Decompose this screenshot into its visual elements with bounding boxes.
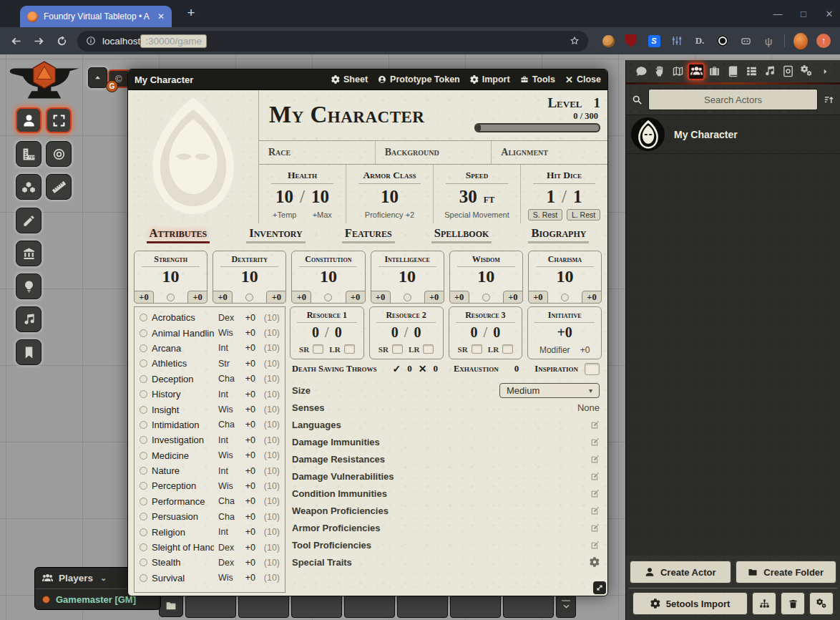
ability-save[interactable]: +0 [503,291,523,304]
ability-score[interactable]: 10 [371,268,444,285]
measure-controls-button[interactable] [16,141,41,167]
skill-row[interactable]: InvestigationInt+0(10) [140,432,280,447]
ability-strength[interactable]: Strength10+0+0 [134,251,207,304]
window-titlebar[interactable]: My Character Sheet Prototype Token Impor… [128,69,607,90]
ability-constitution[interactable]: Constitution10+0+0 [291,251,365,304]
hp-max[interactable]: 10 [311,187,329,207]
resource-2[interactable]: Resource 2 0/0 SRLR [369,306,444,359]
edit-icon[interactable] [590,506,600,515]
sound-controls-button[interactable] [16,306,41,332]
armor-class-stat[interactable]: Armor Class 10 Proficiency +2 [346,165,433,223]
initiative-value[interactable]: +0 [557,324,572,341]
hotbar-page-button[interactable] [556,594,576,618]
macro-slot[interactable] [503,594,554,618]
short-rest-button[interactable]: S. Rest [528,209,562,221]
ability-dexterity[interactable]: Dexterity10+0+0 [213,251,286,304]
long-rest-checkbox[interactable] [344,344,355,354]
hp-current[interactable]: 10 [275,187,293,207]
skill-proficiency-radio[interactable] [140,314,147,321]
drawing-controls-button[interactable] [16,208,41,233]
ability-mod[interactable]: +0 [134,291,154,304]
special-movement-link[interactable]: Special Movement [444,210,509,219]
ability-charisma[interactable]: Charisma10+0+0 [528,251,602,304]
back-button[interactable] [6,31,26,51]
long-rest-checkbox[interactable] [502,344,513,354]
save-proficiency-toggle[interactable] [561,294,569,301]
skill-proficiency-radio[interactable] [140,390,147,398]
ublock-extension-icon[interactable] [624,34,638,48]
players-collapse-icon[interactable]: ⌄ [100,573,107,583]
info-icon[interactable] [86,36,96,46]
ability-save[interactable]: +0 [582,291,602,304]
bookmark-star-icon[interactable] [570,36,580,46]
alignment-field[interactable]: Alignment [491,141,607,164]
death-success-count[interactable]: 0 [407,363,412,374]
browser-tab[interactable]: Foundry Virtual Tabletop • A Stan ✕ [20,6,172,27]
actor-entry[interactable]: My Character [626,115,840,154]
window-resize-handle[interactable] [593,581,606,594]
ruler-tool-button[interactable] [46,174,72,200]
skill-row[interactable]: StealthDex+0(10) [140,555,280,570]
save-proficiency-toggle[interactable] [324,294,332,301]
skill-row[interactable]: Sleight of HandDex+0(10) [140,540,280,555]
select-tool-button[interactable] [46,107,72,133]
skill-row[interactable]: ArcanaInt+0(10) [140,341,280,356]
race-field[interactable]: Race [259,141,375,164]
close-sheet-button[interactable]: ✕Close [565,74,601,85]
skill-proficiency-radio[interactable] [140,467,147,475]
death-failure-icon[interactable]: ✕ [419,363,427,374]
save-proficiency-toggle[interactable] [167,294,175,301]
hp-tempmax-label[interactable]: +Max [313,210,332,219]
forward-button[interactable] [29,31,49,51]
skill-row[interactable]: PersuasionCha+0(10) [140,509,280,524]
macro-folder-button[interactable] [159,594,183,617]
skill-proficiency-radio[interactable] [140,574,147,582]
tab-close-icon[interactable]: ✕ [157,11,165,21]
ability-save[interactable]: +0 [187,291,207,304]
long-rest-checkbox[interactable] [423,344,434,354]
macro-slot[interactable] [238,594,289,618]
edit-icon[interactable] [590,420,600,430]
tab-actors[interactable] [688,63,705,80]
save-proficiency-toggle[interactable] [245,294,253,301]
sheet-config-button[interactable]: Sheet [331,74,368,84]
tab-playlists[interactable] [761,63,778,80]
wall-controls-button[interactable] [16,241,41,266]
delete-button[interactable] [781,592,805,615]
close-window-button[interactable]: ✕ [824,9,834,19]
skill-proficiency-radio[interactable] [140,406,147,414]
create-folder-button[interactable]: Create Folder [736,561,837,583]
tab-journal[interactable] [724,63,741,80]
tab-features[interactable]: Features [342,226,395,251]
skill-proficiency-radio[interactable] [140,329,147,337]
record-extension-icon[interactable] [716,34,730,48]
skill-row[interactable]: DeceptionCha+0(10) [140,372,280,387]
ability-mod[interactable]: +0 [371,291,391,304]
size-select[interactable]: Medium▾ [499,383,600,398]
inspiration-checkbox[interactable] [585,363,600,375]
skill-proficiency-radio[interactable] [140,421,147,429]
initiative-mod[interactable]: +0 [580,345,590,355]
skill-row[interactable]: AcrobaticsDex+0(10) [140,310,280,325]
actor-name[interactable]: My Character [674,129,738,140]
skill-row[interactable]: HistoryInt+0(10) [140,387,280,402]
death-failure-count[interactable]: 0 [433,363,438,374]
hit-dice-stat[interactable]: Hit Dice 1/1 S. Rest L. Rest [520,165,607,223]
ac-value[interactable]: 10 [381,187,399,207]
skill-proficiency-radio[interactable] [140,375,147,383]
ability-wisdom[interactable]: Wisdom10+0+0 [449,251,523,304]
level-value[interactable]: 1 [594,95,601,111]
skill-row[interactable]: IntimidationCha+0(10) [140,417,280,432]
edit-icon[interactable] [590,541,600,550]
skill-proficiency-radio[interactable] [140,359,147,367]
hp-temp-label[interactable]: +Temp [273,210,296,219]
ability-score[interactable]: 10 [135,268,207,285]
hd-max[interactable]: 1 [573,187,582,207]
skill-row[interactable]: ReligionInt+0(10) [140,524,280,539]
skill-row[interactable]: PerceptionWis+0(10) [140,478,280,493]
speed-stat[interactable]: Speed 30ft Special Movement [433,165,520,223]
search-input[interactable] [648,89,818,110]
create-actor-button[interactable]: Create Actor [630,561,731,583]
tab-tables[interactable] [743,63,760,80]
tools-button[interactable]: Tools [520,74,555,84]
